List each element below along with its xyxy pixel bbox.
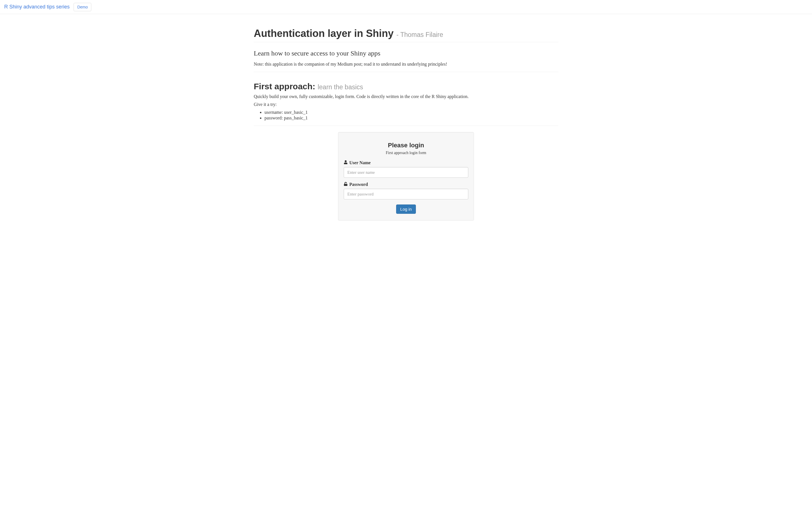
page-title-subtitle: - Thomas Filaire [396,31,443,38]
page-title-main: Authentication layer in Shiny [254,27,396,39]
divider-1 [254,72,558,72]
password-label-text: Password [349,182,368,187]
login-button[interactable]: Log in [396,205,416,214]
login-panel: Please login First approach login form U… [338,132,474,221]
demo-password: password: pass_basic_1 [264,115,558,121]
user-icon [344,160,348,165]
password-group: Password [344,182,468,200]
login-heading: Please login [344,142,468,149]
try-it-label: Give it a try: [254,102,558,107]
section-description: Quickly build your own, fully customizab… [254,94,558,99]
username-label-text: User Name [349,160,371,165]
page-title: Authentication layer in Shiny - Thomas F… [254,27,558,42]
navbar-brand[interactable]: R Shiny advanced tips series [4,2,70,11]
tagline: Learn how to secure access to your Shiny… [254,50,558,57]
section-title-main: First approach: [254,82,318,91]
password-input[interactable] [344,189,468,200]
navbar: R Shiny advanced tips series Demo [0,0,812,14]
unlock-icon [344,182,348,187]
companion-note: Note: this application is the companion … [254,62,558,67]
section-title-small: learn the basics [318,83,363,91]
password-label: Password [344,182,468,187]
main-container: Authentication layer in Shiny - Thomas F… [250,27,562,221]
tab-demo[interactable]: Demo [73,3,91,11]
login-subheading: First approach login form [344,151,468,155]
demo-username: username: user_basic_1 [264,110,558,115]
username-input[interactable] [344,167,468,178]
username-group: User Name [344,160,468,178]
username-label: User Name [344,160,468,165]
demo-credentials-list: username: user_basic_1 password: pass_ba… [254,110,558,121]
section-first-approach-title: First approach: learn the basics [254,82,558,91]
